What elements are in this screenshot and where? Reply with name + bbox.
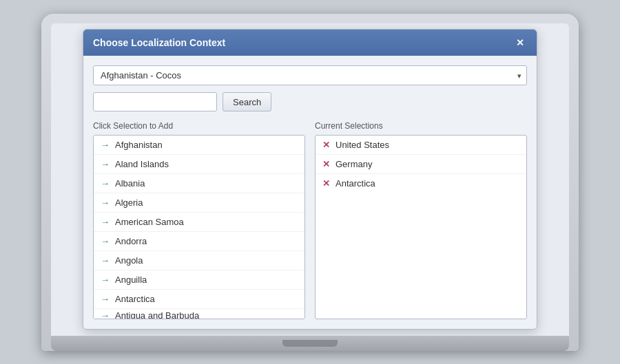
laptop-shell: Choose Localization Context ✕ Afghanista… [41, 14, 579, 351]
remove-icon[interactable]: ✕ [322, 159, 330, 169]
selected-item[interactable]: ✕Antarctica [316, 174, 526, 193]
available-items-label: Click Selection to Add [93, 121, 305, 131]
arrow-icon: → [101, 275, 110, 285]
list-item[interactable]: →Andorra [94, 232, 304, 251]
item-label: Germany [335, 159, 372, 169]
laptop-base [51, 336, 569, 351]
list-item[interactable]: →American Samoa [94, 213, 304, 232]
list-item[interactable]: →Afghanistan [94, 136, 304, 155]
modal-dialog: Choose Localization Context ✕ Afghanista… [83, 29, 537, 330]
available-items-list: →Afghanistan→Aland Islands→Albania→Alger… [93, 135, 305, 319]
arrow-icon: → [101, 178, 110, 189]
arrow-icon: → [101, 159, 110, 169]
item-label: Anguilla [115, 275, 147, 285]
arrow-icon: → [101, 236, 110, 246]
modal-title: Choose Localization Context [93, 37, 225, 48]
list-item[interactable]: →Aland Islands [94, 155, 304, 174]
dropdown-row: Afghanistan - CocosUnited StatesGermanyA… [93, 65, 527, 85]
modal-body: Afghanistan - CocosUnited StatesGermanyA… [83, 56, 537, 329]
list-item[interactable]: →Angola [94, 251, 304, 270]
laptop-screen: Choose Localization Context ✕ Afghanista… [51, 23, 569, 336]
available-items-column: Click Selection to Add →Afghanistan→Alan… [93, 121, 305, 319]
item-label: Andorra [115, 236, 147, 246]
selected-items-list: ✕United States✕Germany✕Antarctica [315, 135, 527, 319]
list-item[interactable]: →Anguilla [94, 270, 304, 290]
modal-header: Choose Localization Context ✕ [83, 30, 537, 56]
search-button[interactable]: Search [223, 92, 271, 111]
arrow-icon: → [101, 140, 110, 150]
selected-item[interactable]: ✕Germany [316, 155, 526, 174]
item-label: Aland Islands [115, 159, 169, 169]
modal-close-button[interactable]: ✕ [513, 36, 527, 49]
item-label: Albania [115, 178, 145, 189]
arrow-icon: → [101, 294, 110, 304]
localization-dropdown[interactable]: Afghanistan - CocosUnited StatesGermanyA… [93, 65, 527, 85]
dropdown-wrapper: Afghanistan - CocosUnited StatesGermanyA… [93, 65, 527, 85]
list-item[interactable]: →Algeria [94, 193, 304, 213]
item-label: Afghanistan [115, 140, 163, 150]
item-label: Angola [115, 255, 143, 266]
item-label: Antarctica [115, 294, 155, 304]
item-label: Antigua and Barbuda [115, 310, 199, 320]
selected-items-label: Current Selections [315, 121, 527, 131]
list-item[interactable]: →Antigua and Barbuda [94, 309, 304, 319]
columns-row: Click Selection to Add →Afghanistan→Alan… [93, 121, 527, 319]
remove-icon[interactable]: ✕ [322, 140, 330, 150]
arrow-icon: → [101, 310, 110, 320]
arrow-icon: → [101, 255, 110, 266]
list-item[interactable]: →Albania [94, 174, 304, 193]
item-label: Algeria [115, 197, 143, 208]
item-label: United States [335, 140, 389, 150]
item-label: American Samoa [115, 217, 184, 227]
arrow-icon: → [101, 217, 110, 227]
item-label: Antarctica [335, 178, 375, 189]
arrow-icon: → [101, 197, 110, 208]
selected-items-column: Current Selections ✕United States✕German… [315, 121, 527, 319]
search-input[interactable] [93, 92, 217, 111]
search-row: Search [93, 92, 527, 111]
selected-item[interactable]: ✕United States [316, 136, 526, 155]
remove-icon[interactable]: ✕ [322, 178, 330, 189]
laptop-notch [282, 340, 338, 347]
list-item[interactable]: →Antarctica [94, 290, 304, 309]
